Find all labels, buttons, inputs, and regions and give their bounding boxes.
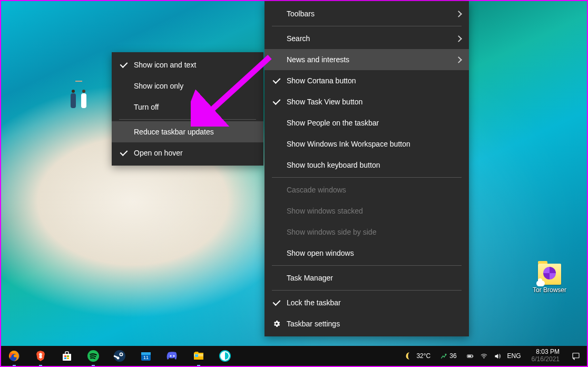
- svg-point-11: [120, 353, 122, 355]
- menu-item-toolbars[interactable]: Toolbars: [264, 3, 469, 24]
- menu-item-ink[interactable]: Show Windows Ink Workspace button: [264, 133, 469, 154]
- svg-rect-3: [65, 352, 68, 354]
- svg-point-17: [170, 355, 172, 357]
- weather-temp: 32°C: [416, 352, 430, 360]
- spotify-icon: [86, 349, 100, 363]
- firefox-icon: [7, 349, 21, 363]
- clock-date: 6/16/2021: [532, 356, 560, 363]
- taskbar-app-explorer[interactable]: [185, 346, 212, 366]
- svg-rect-5: [67, 355, 69, 357]
- desktop-icon-label: Tor Browser: [530, 286, 570, 294]
- menu-item-stacked: Show windows stacked: [264, 200, 469, 221]
- check-icon: [275, 300, 279, 305]
- calendar-icon: 11: [139, 349, 153, 363]
- submenu-item-show-icon-text[interactable]: Show icon and text: [112, 54, 263, 75]
- svg-point-27: [483, 358, 484, 359]
- chevron-right-icon: [456, 36, 461, 41]
- check-icon: [122, 150, 126, 156]
- onedrive-overlay-icon: [536, 281, 545, 286]
- language-indicator[interactable]: ENG: [507, 352, 521, 360]
- menu-item-news-interests[interactable]: News and interests: [264, 49, 469, 70]
- wifi-icon[interactable]: [480, 352, 488, 360]
- menu-item-touch-keyboard[interactable]: Show touch keyboard button: [264, 154, 469, 176]
- taskbar: 11 32°C 36: [1, 346, 587, 366]
- taskbar-clock[interactable]: 8:03 PM 6/16/2021: [526, 349, 565, 363]
- taskbar-stock[interactable]: 36: [436, 352, 460, 360]
- taskbar-app-calendar[interactable]: 11: [133, 346, 159, 366]
- taskbar-context-menu: Toolbars Search News and interests Show …: [264, 1, 469, 336]
- taskbar-notifications[interactable]: [565, 351, 587, 361]
- svg-rect-28: [573, 353, 579, 358]
- menu-item-open-windows[interactable]: Show open windows: [264, 243, 469, 264]
- menu-item-cortana[interactable]: Show Cortana button: [264, 70, 469, 91]
- svg-rect-25: [472, 355, 473, 357]
- battery-icon[interactable]: [466, 352, 474, 360]
- svg-rect-4: [64, 355, 66, 357]
- desktop-icon-tor[interactable]: Tor Browser: [530, 264, 570, 294]
- submenu-item-reduce-updates[interactable]: Reduce taskbar updates: [112, 121, 263, 142]
- menu-separator: [272, 177, 462, 178]
- menu-item-cascade: Cascade windows: [264, 179, 469, 200]
- taskbar-app-firefox[interactable]: [1, 346, 27, 366]
- store-icon: [60, 349, 74, 363]
- check-icon: [275, 99, 279, 104]
- menu-item-search[interactable]: Search: [264, 28, 469, 49]
- file-explorer-icon: [192, 349, 205, 363]
- menu-separator: [272, 265, 462, 266]
- svg-rect-6: [64, 358, 66, 359]
- svg-rect-2: [63, 354, 71, 361]
- moon-icon: [404, 351, 413, 361]
- steam-icon: [113, 349, 126, 363]
- svg-rect-7: [67, 358, 69, 359]
- submenu-item-turn-off[interactable]: Turn off: [112, 96, 263, 118]
- wallpaper-people: [70, 76, 93, 108]
- iobit-icon: [218, 349, 232, 363]
- stock-value: 36: [449, 352, 456, 360]
- menu-item-task-manager[interactable]: Task Manager: [264, 267, 469, 288]
- menu-item-people[interactable]: Show People on the taskbar: [264, 112, 469, 133]
- volume-icon[interactable]: [494, 352, 502, 360]
- menu-item-lock-taskbar[interactable]: Lock the taskbar: [264, 292, 469, 313]
- discord-icon: [165, 349, 179, 363]
- taskbar-app-brave[interactable]: [27, 346, 54, 366]
- svg-text:11: 11: [143, 355, 149, 360]
- svg-rect-26: [468, 355, 471, 357]
- clock-time: 8:03 PM: [532, 349, 560, 356]
- menu-item-side-by-side: Show windows side by side: [264, 221, 469, 243]
- submenu-news-interests: Show icon and text Show icon only Turn o…: [112, 52, 263, 166]
- menu-separator: [119, 119, 256, 120]
- notification-icon: [571, 351, 581, 361]
- submenu-item-open-on-hover[interactable]: Open on hover: [112, 142, 263, 163]
- check-icon: [122, 62, 126, 67]
- menu-item-taskview[interactable]: Show Task View button: [264, 91, 469, 112]
- taskbar-app-steam[interactable]: [106, 346, 133, 366]
- taskbar-app-store[interactable]: [54, 346, 80, 366]
- svg-rect-21: [195, 354, 198, 357]
- brave-icon: [34, 349, 47, 363]
- menu-item-taskbar-settings[interactable]: Taskbar settings: [264, 313, 469, 334]
- menu-separator: [272, 26, 462, 26]
- stock-up-icon: [440, 352, 447, 360]
- check-icon: [275, 78, 279, 83]
- taskbar-app-discord[interactable]: [159, 346, 185, 366]
- menu-separator: [272, 290, 462, 291]
- taskbar-app-iobit[interactable]: [212, 346, 238, 366]
- taskbar-app-spotify[interactable]: [80, 346, 106, 366]
- chevron-right-icon: [456, 12, 461, 16]
- submenu-item-show-icon-only[interactable]: Show icon only: [112, 75, 263, 96]
- chevron-right-icon: [456, 57, 461, 62]
- taskbar-weather[interactable]: 32°C: [398, 351, 436, 361]
- gear-icon: [272, 320, 281, 328]
- svg-point-18: [173, 355, 175, 357]
